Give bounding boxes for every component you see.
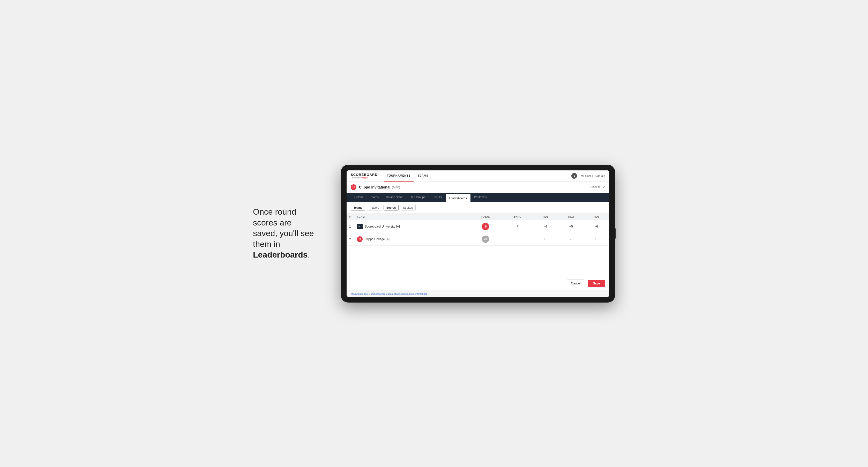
team-name: Clippd College [A] <box>365 238 390 241</box>
tournament-subtitle: (Men) <box>392 185 400 189</box>
desc-line3: saved, you'll see <box>253 228 314 238</box>
cancel-x-button[interactable]: Cancel ✕ <box>590 185 605 189</box>
content-spacer <box>347 246 609 277</box>
top-nav: SCOREBOARD Powered by clippd TOURNAMENTS… <box>347 170 609 182</box>
desc-line2: scores are <box>253 218 291 227</box>
user-avatar: S <box>571 173 577 179</box>
tournament-header: C Clippd Invitational (Men) Cancel ✕ <box>347 182 609 193</box>
logo-text: SCOREBOARD <box>351 173 378 177</box>
nav-teams[interactable]: TEAMS <box>414 170 431 182</box>
col-rank: # <box>347 213 354 220</box>
col-team: TEAM <box>354 213 469 220</box>
desc-line1: Once round <box>253 207 296 216</box>
nav-right: S Test User | Sign out <box>571 173 605 179</box>
col-rd2: RD2 <box>558 213 584 220</box>
tournament-title: Clippd Invitational <box>359 185 390 189</box>
url-link[interactable]: https://stage-blue-coach.stagescoreboard… <box>351 293 427 295</box>
table-header-row: # TEAM TOTAL THRU RD1 RD2 RD3 <box>347 213 609 220</box>
table-row: 2 C Clippd College [A] +3 F <box>347 233 609 245</box>
filter-players-btn[interactable]: Players <box>367 205 382 211</box>
bottom-bar: Cancel Save <box>347 277 609 290</box>
tablet-device: SCOREBOARD Powered by clippd TOURNAMENTS… <box>341 165 615 303</box>
team-cell: C Clippd College [A] <box>354 233 469 245</box>
rd3-cell: -6 <box>584 220 609 233</box>
tab-results[interactable]: Results <box>429 193 446 202</box>
filter-bar: Teams Players Scores Strokes <box>347 202 609 213</box>
col-thru: THRU <box>502 213 533 220</box>
table-row: 1 SU Scoreboard University [A] -5 F <box>347 220 609 233</box>
url-bar: https://stage-blue-coach.stagescoreboard… <box>347 290 609 297</box>
user-name: Test User | <box>579 174 593 177</box>
sub-nav: Details Teams Course Setup Tee Groups Re… <box>347 193 609 202</box>
sign-out-link[interactable]: Sign out <box>595 174 605 177</box>
team-cell-inner: SU Scoreboard University [A] <box>357 224 466 229</box>
tab-printables[interactable]: Printables <box>470 193 490 202</box>
score-badge-gray: +3 <box>482 236 489 243</box>
page-wrapper: Once round scores are saved, you'll see … <box>253 165 615 303</box>
desc-line4: them in <box>253 240 280 249</box>
tablet-power-button <box>615 228 616 239</box>
col-rd3: RD3 <box>584 213 609 220</box>
thru-cell: F <box>502 220 533 233</box>
logo-sub: Powered by clippd <box>351 177 378 179</box>
leaderboard-table: # TEAM TOTAL THRU RD1 RD2 RD3 1 <box>347 213 609 246</box>
app-logo: SCOREBOARD Powered by clippd <box>351 173 378 179</box>
rank-cell: 2 <box>347 233 354 245</box>
tab-leaderboards[interactable]: Leaderboards <box>446 194 470 202</box>
col-rd1: RD1 <box>533 213 558 220</box>
cancel-label: Cancel <box>590 185 600 189</box>
save-button[interactable]: Save <box>588 280 605 287</box>
rank-cell: 1 <box>347 220 354 233</box>
desc-line5-end: . <box>308 250 310 259</box>
thru-cell: F <box>502 233 533 245</box>
team-cell: SU Scoreboard University [A] <box>354 220 469 233</box>
filter-strokes-btn[interactable]: Strokes <box>400 205 415 211</box>
leaderboard-table-wrapper: # TEAM TOTAL THRU RD1 RD2 RD3 1 <box>347 213 609 246</box>
x-icon: ✕ <box>602 185 605 189</box>
tablet-screen: SCOREBOARD Powered by clippd TOURNAMENTS… <box>347 170 609 297</box>
tournament-logo: C <box>351 184 356 190</box>
team-name: Scoreboard University [A] <box>365 225 400 228</box>
cancel-button[interactable]: Cancel <box>567 280 585 287</box>
tab-tee-groups[interactable]: Tee Groups <box>407 193 429 202</box>
tab-teams[interactable]: Teams <box>367 193 382 202</box>
nav-links: TOURNAMENTS TEAMS <box>384 170 571 182</box>
total-cell: +3 <box>469 233 502 245</box>
rd2-cell: +5 <box>558 220 584 233</box>
filter-scores-btn[interactable]: Scores <box>383 205 399 211</box>
desc-line5-bold: Leaderboards <box>253 250 308 259</box>
rd1-cell: -4 <box>533 220 558 233</box>
col-total: TOTAL <box>469 213 502 220</box>
tab-course-setup[interactable]: Course Setup <box>382 193 407 202</box>
rd3-cell: +3 <box>584 233 609 245</box>
tab-details[interactable]: Details <box>351 193 367 202</box>
team-logo-clippd: C <box>357 236 363 242</box>
total-cell: -5 <box>469 220 502 233</box>
filter-teams-btn[interactable]: Teams <box>351 205 365 211</box>
team-logo-scoreboard: SU <box>357 224 363 229</box>
rd1-cell: +8 <box>533 233 558 245</box>
rd2-cell: -8 <box>558 233 584 245</box>
score-badge-red: -5 <box>482 223 489 230</box>
nav-tournaments[interactable]: TOURNAMENTS <box>384 170 413 182</box>
left-description: Once round scores are saved, you'll see … <box>253 207 326 260</box>
team-cell-inner: C Clippd College [A] <box>357 236 466 242</box>
